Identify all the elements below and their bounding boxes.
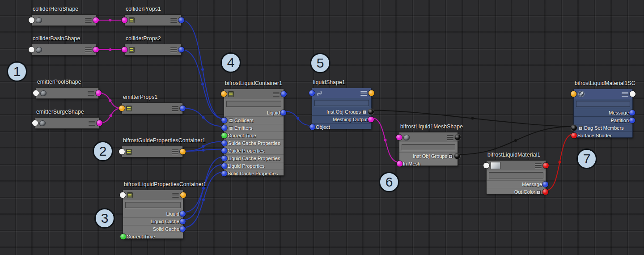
row-bifrostLiquidMaterial1-message[interactable]: Message xyxy=(487,180,546,188)
attribute-field[interactable] xyxy=(402,144,455,150)
port-emitterPoolShape-title-left[interactable] xyxy=(33,90,39,96)
attribute-field[interactable] xyxy=(125,202,181,208)
port-colliderProps2-title-left[interactable] xyxy=(122,47,127,53)
port-colliderProps1-title-right[interactable] xyxy=(178,17,184,23)
port-bifrostLiquidPropertiesContainer1-liquid-cache[interactable] xyxy=(180,219,186,225)
row-bifrostLiquidContainer1-emitters[interactable]: +Emitters xyxy=(224,124,284,132)
row-bifrostLiquidContainer1-colliders[interactable]: +Colliders xyxy=(224,116,284,124)
node-bifrostLiquidMaterial1[interactable]: MessageOut Color+ xyxy=(486,160,546,194)
port-emitterProps1-title-left[interactable] xyxy=(119,106,125,111)
expand-icon[interactable]: + xyxy=(537,190,541,194)
port-emitterPoolShape-title-right[interactable] xyxy=(96,90,102,96)
port-emitterSurgeShape-title-right[interactable] xyxy=(97,120,102,126)
port-liquidShape1-title-right[interactable] xyxy=(369,90,374,96)
port-bifrostGuidePropertiesContainer1-title-right[interactable] xyxy=(180,149,186,155)
port-bifrostLiquidPropertiesContainer1-solid-cache[interactable] xyxy=(180,226,186,232)
row-liquidShape1-object[interactable]: Object xyxy=(312,123,371,131)
node-colliderHeroShape[interactable] xyxy=(31,14,96,26)
menu-icon[interactable] xyxy=(85,47,92,52)
expand-icon[interactable]: + xyxy=(449,154,453,158)
attribute-field[interactable] xyxy=(576,101,630,107)
port-liquidShape1-inst-obj-groups[interactable] xyxy=(368,109,374,115)
row-bifrostLiquidContainer1-liquid[interactable]: Liquid xyxy=(224,109,284,116)
row-bifrostLiquidContainer1-guide-properties[interactable]: Guide Properties xyxy=(224,147,284,154)
port-emitterProps1-title-right[interactable] xyxy=(180,106,186,111)
menu-icon[interactable] xyxy=(172,193,179,198)
node-bifrostLiquidMaterial1SG[interactable]: MessagePartition+Dag Set MembersSurface … xyxy=(573,89,633,138)
port-bifrostLiquidContainer1-liquid-cache-properties[interactable] xyxy=(221,156,227,162)
attribute-field[interactable] xyxy=(489,172,543,178)
row-bifrostLiquidPropertiesContainer1-liquid-cache[interactable]: Liquid Cache xyxy=(123,217,183,225)
node-emitterProps1[interactable] xyxy=(122,102,183,114)
menu-icon[interactable] xyxy=(535,163,542,168)
row-bifrostLiquid1MeshShape-in-mesh[interactable]: In Mesh xyxy=(399,160,458,167)
row-liquidShape1-meshing-output[interactable]: Meshing Output xyxy=(312,115,371,123)
port-colliderProps1-title-left[interactable] xyxy=(122,17,127,23)
port-bifrostLiquidContainer1-title-left[interactable] xyxy=(221,91,227,97)
row-bifrostLiquidMaterial1-out-color[interactable]: Out Color+ xyxy=(487,188,546,196)
row-liquidShape1-inst-obj-groups[interactable]: Inst Obj Groups+ xyxy=(312,108,371,115)
port-colliderBasinShape-title-right[interactable] xyxy=(93,47,99,53)
row-bifrostLiquidContainer1-guide-cache-properties[interactable]: Guide Cache Properties xyxy=(224,139,284,147)
node-bifrostLiquid1MeshShape[interactable]: Inst Obj Groups+In Mesh xyxy=(399,132,458,166)
row-bifrostLiquidMaterial1SG-dag-set-members[interactable]: +Dag Set Members xyxy=(574,124,632,132)
port-bifrostLiquid1MeshShape-inst-obj-groups[interactable] xyxy=(454,153,460,159)
port-bifrostLiquidMaterial1SG-title-left[interactable] xyxy=(571,91,576,97)
row-bifrostLiquidPropertiesContainer1-liquid[interactable]: Liquid xyxy=(123,210,183,217)
port-bifrostLiquid1MeshShape-in-mesh[interactable] xyxy=(397,161,402,167)
node-colliderBasinShape[interactable] xyxy=(31,44,96,55)
row-bifrostLiquidMaterial1SG-partition[interactable]: Partition xyxy=(574,116,632,124)
row-bifrostLiquidContainer1-liquid-properties[interactable]: Liquid Properties xyxy=(224,162,284,170)
menu-icon[interactable] xyxy=(273,92,280,97)
port-bifrostLiquidContainer1-current-time[interactable] xyxy=(221,133,227,139)
port-bifrostLiquidMaterial1-title-right[interactable] xyxy=(543,163,549,169)
port-colliderHeroShape-title-left[interactable] xyxy=(29,17,34,23)
row-bifrostLiquidContainer1-current-time[interactable]: Current Time xyxy=(224,132,284,139)
port-liquidShape1-title-left[interactable] xyxy=(309,90,315,96)
row-bifrostLiquidMaterial1SG-message[interactable]: Message xyxy=(574,109,632,116)
node-editor-canvas[interactable]: colliderHeroShapecolliderProps1colliderB… xyxy=(0,0,644,255)
port-bifrostLiquidMaterial1SG-partition[interactable] xyxy=(629,118,635,123)
port-liquidShape1-meshing-output[interactable] xyxy=(368,117,374,123)
port-bifrostLiquidMaterial1-title-left[interactable] xyxy=(483,163,489,169)
port-bifrostLiquidMaterial1-message[interactable] xyxy=(542,182,548,187)
port-bifrostLiquidContainer1-title-right[interactable] xyxy=(281,91,287,97)
port-bifrostLiquidMaterial1SG-title-right[interactable] xyxy=(630,91,636,97)
menu-icon[interactable] xyxy=(88,91,94,96)
node-emitterPoolShape[interactable] xyxy=(36,87,99,99)
expand-icon[interactable]: + xyxy=(362,110,366,114)
port-emitterSurgeShape-title-left[interactable] xyxy=(32,120,38,126)
node-bifrostLiquidPropertiesContainer1[interactable]: LiquidLiquid CacheSolid CacheCurrent Tim… xyxy=(123,190,183,239)
menu-icon[interactable] xyxy=(170,18,177,23)
port-bifrostLiquidMaterial1SG-message[interactable] xyxy=(629,110,635,116)
attribute-field[interactable] xyxy=(314,100,369,106)
port-bifrostLiquid1MeshShape-title-left[interactable] xyxy=(396,135,402,140)
menu-icon[interactable] xyxy=(85,18,92,23)
port-bifrostLiquidContainer1-liquid-properties[interactable] xyxy=(221,163,227,169)
row-bifrostLiquidContainer1-solid-cache-properties[interactable]: Solid Cache Properties xyxy=(224,170,284,177)
node-liquidShape1[interactable]: Inst Obj Groups+Meshing OutputObject xyxy=(312,88,372,129)
expand-icon[interactable]: + xyxy=(229,119,233,123)
node-bifrostGuidePropertiesContainer1[interactable] xyxy=(122,146,183,157)
node-bifrostLiquidContainer1[interactable]: Liquid+Colliders+EmittersCurrent TimeGui… xyxy=(224,89,284,176)
port-bifrostLiquidContainer1-liquid[interactable] xyxy=(280,110,286,116)
row-bifrostLiquid1MeshShape-inst-obj-groups[interactable]: Inst Obj Groups+ xyxy=(399,152,458,160)
port-bifrostLiquidPropertiesContainer1-liquid[interactable] xyxy=(180,211,186,217)
expand-icon[interactable]: + xyxy=(579,126,583,130)
expand-icon[interactable]: + xyxy=(229,126,233,130)
menu-icon[interactable] xyxy=(622,92,628,97)
row-bifrostLiquidContainer1-liquid-cache-properties[interactable]: Liquid Cache Properties xyxy=(224,154,284,162)
port-bifrostLiquidContainer1-solid-cache-properties[interactable] xyxy=(221,171,227,177)
port-bifrostLiquidPropertiesContainer1-title-left[interactable] xyxy=(120,192,126,198)
port-bifrostLiquidContainer1-guide-cache-properties[interactable] xyxy=(221,140,227,146)
menu-icon[interactable] xyxy=(170,47,177,52)
row-bifrostLiquidPropertiesContainer1-current-time[interactable]: Current Time xyxy=(123,233,183,240)
port-colliderProps2-title-right[interactable] xyxy=(178,47,184,53)
node-colliderProps1[interactable] xyxy=(124,14,182,26)
port-bifrostLiquidContainer1-emitters[interactable] xyxy=(221,125,227,131)
menu-icon[interactable] xyxy=(172,149,178,154)
node-colliderProps2[interactable] xyxy=(124,44,182,55)
port-colliderHeroShape-title-right[interactable] xyxy=(93,17,99,23)
port-bifrostLiquidPropertiesContainer1-title-right[interactable] xyxy=(180,192,186,198)
port-bifrostLiquidMaterial1-out-color[interactable] xyxy=(542,189,548,195)
